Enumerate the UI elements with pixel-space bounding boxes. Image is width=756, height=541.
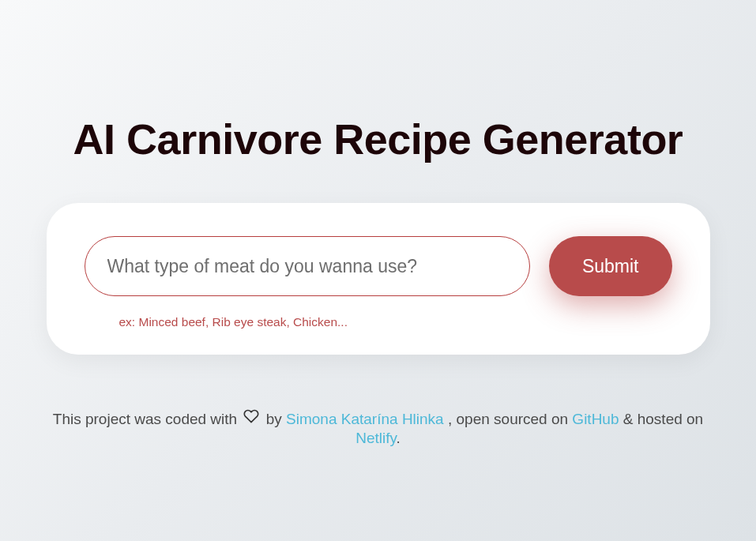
footer-period: . — [397, 430, 401, 446]
input-row: Submit — [85, 236, 672, 296]
submit-button[interactable]: Submit — [549, 236, 672, 296]
author-link[interactable]: Simona Katarína Hlinka — [286, 411, 444, 427]
footer-prefix: This project was coded with — [53, 411, 242, 427]
footer: This project was coded with by Simona Ka… — [47, 410, 710, 447]
footer-hosted: & hosted on — [619, 411, 704, 427]
heart-icon — [243, 408, 259, 428]
page-title: AI Carnivore Recipe Generator — [47, 115, 710, 163]
netlify-link[interactable]: Netlify — [355, 430, 396, 446]
form-card: Submit ex: Minced beef, Rib eye steak, C… — [47, 203, 710, 355]
footer-open-sourced: , open sourced on — [444, 411, 573, 427]
footer-by: by — [261, 411, 286, 427]
github-link[interactable]: GitHub — [572, 411, 619, 427]
meat-input[interactable] — [85, 236, 530, 296]
hint-text: ex: Minced beef, Rib eye steak, Chicken.… — [119, 315, 672, 329]
